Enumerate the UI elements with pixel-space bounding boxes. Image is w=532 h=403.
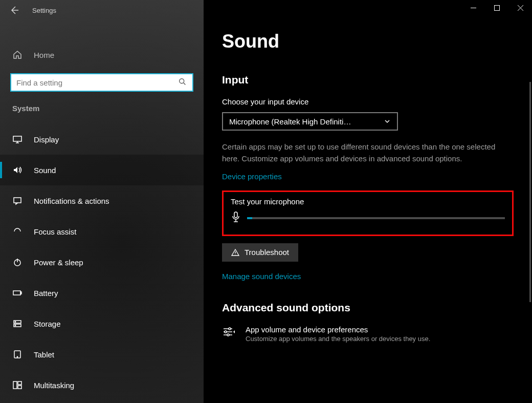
sidebar-item-storage[interactable]: Storage	[0, 308, 204, 339]
app-title: Settings	[32, 7, 56, 14]
svg-rect-12	[13, 381, 17, 389]
sidebar-item-label: Storage	[34, 320, 61, 328]
category-label: System	[12, 104, 204, 113]
svg-rect-1	[13, 136, 21, 141]
sidebar-item-label: Display	[34, 135, 59, 144]
close-button[interactable]	[508, 0, 532, 15]
search-input[interactable]	[10, 73, 193, 92]
svg-point-9	[15, 325, 15, 326]
sidebar-item-display[interactable]: Display	[0, 124, 204, 155]
sidebar-item-label: Multitasking	[34, 381, 74, 390]
sound-icon	[12, 165, 23, 175]
section-input-heading: Input	[222, 74, 517, 86]
power-icon	[12, 257, 23, 267]
svg-point-0	[180, 79, 184, 83]
maximize-button[interactable]	[485, 0, 508, 15]
home-icon	[12, 50, 23, 60]
sidebar-item-label: Battery	[34, 289, 58, 298]
svg-rect-4	[13, 291, 20, 295]
sidebar-item-label: Notifications & actions	[34, 197, 109, 205]
sliders-icon	[222, 325, 235, 343]
display-icon	[12, 134, 23, 144]
advanced-heading: Advanced sound options	[222, 302, 517, 314]
svg-point-19	[227, 334, 229, 336]
svg-rect-16	[234, 212, 237, 218]
microphone-icon	[231, 211, 241, 225]
troubleshoot-label: Troubleshoot	[245, 248, 289, 257]
app-volume-preferences[interactable]: App volume and device preferences Custom…	[222, 325, 517, 343]
microphone-level-fill	[247, 217, 252, 219]
sidebar-item-tablet[interactable]: Tablet	[0, 339, 204, 370]
sidebar-item-label: Tablet	[34, 350, 54, 359]
back-icon[interactable]	[9, 5, 19, 15]
input-description: Certain apps may be set up to use differ…	[222, 141, 508, 165]
test-microphone-label: Test your microphone	[231, 197, 505, 206]
warning-icon	[231, 248, 239, 257]
input-device-dropdown[interactable]: Microphone (Realtek High Definiti…	[222, 112, 398, 131]
sidebar-item-label: Power & sleep	[34, 258, 83, 267]
sidebar-item-notifications[interactable]: Notifications & actions	[0, 185, 204, 216]
focus-icon	[12, 226, 23, 237]
test-microphone-section: Test your microphone	[222, 190, 514, 236]
svg-rect-13	[18, 381, 21, 385]
troubleshoot-button[interactable]: Troubleshoot	[222, 243, 298, 262]
svg-rect-5	[20, 292, 21, 294]
tablet-icon	[12, 349, 23, 359]
chevron-down-icon	[384, 118, 391, 125]
adv-item-subtitle: Customize app volumes and the speakers o…	[246, 335, 430, 343]
sidebar-item-label: Focus assist	[34, 227, 76, 236]
notifications-icon	[12, 196, 23, 206]
page-title: Sound	[222, 31, 517, 52]
scrollbar[interactable]	[529, 82, 531, 302]
svg-point-17	[229, 328, 231, 330]
dropdown-value: Microphone (Realtek High Definiti…	[229, 117, 351, 126]
multitasking-icon	[12, 380, 23, 390]
minimize-button[interactable]	[461, 0, 485, 15]
svg-rect-15	[494, 5, 499, 10]
svg-point-11	[17, 356, 17, 357]
nav-home[interactable]: Home	[0, 44, 204, 66]
storage-icon	[12, 319, 23, 329]
sidebar-item-battery[interactable]: Battery	[0, 278, 204, 308]
adv-item-title: App volume and device preferences	[246, 325, 430, 334]
sidebar-item-label: Sound	[34, 166, 56, 175]
sidebar-item-multitasking[interactable]: Multitasking	[0, 370, 204, 400]
battery-icon	[12, 288, 23, 298]
sidebar-item-power[interactable]: Power & sleep	[0, 247, 204, 278]
choose-input-label: Choose your input device	[222, 97, 517, 106]
manage-sound-devices-link[interactable]: Manage sound devices	[222, 272, 301, 281]
sidebar-item-focus[interactable]: Focus assist	[0, 216, 204, 247]
device-properties-link[interactable]: Device properties	[222, 172, 282, 181]
svg-rect-2	[14, 198, 21, 203]
svg-point-8	[15, 322, 15, 322]
home-label: Home	[34, 51, 54, 59]
search-icon	[178, 77, 187, 89]
svg-point-18	[225, 331, 227, 333]
microphone-level-bar	[247, 217, 505, 219]
sidebar-item-sound[interactable]: Sound	[0, 155, 204, 185]
svg-rect-14	[18, 386, 21, 389]
